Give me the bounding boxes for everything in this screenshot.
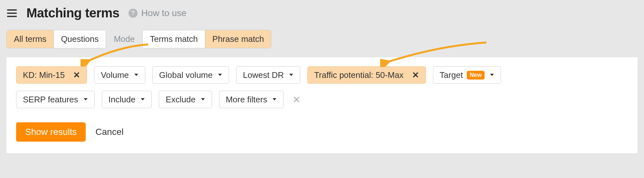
terms-toggle: All terms Questions xyxy=(6,30,106,48)
filter-target-label: Target xyxy=(440,70,463,80)
show-results-button[interactable]: Show results xyxy=(16,122,86,142)
filter-more-filters-label: More filters xyxy=(226,95,267,105)
new-badge: New xyxy=(467,71,485,80)
page-title: Matching terms xyxy=(26,6,120,20)
mode-toggle: Terms match Phrase match xyxy=(142,30,271,48)
menu-icon[interactable] xyxy=(6,8,17,18)
filter-more-filters[interactable]: More filters xyxy=(219,91,284,108)
filter-traffic-potential-label: Traffic potential: 50-Max xyxy=(314,70,403,80)
how-to-use-label: How to use xyxy=(141,8,187,18)
filter-lowest-dr[interactable]: Lowest DR xyxy=(236,66,300,84)
filter-exclude-label: Exclude xyxy=(166,95,196,105)
how-to-use-link[interactable]: ? How to use xyxy=(129,8,187,18)
chevron-down-icon xyxy=(289,73,293,77)
chevron-down-icon xyxy=(134,73,139,77)
filter-traffic-potential[interactable]: Traffic potential: 50-Max ✕ xyxy=(307,66,426,84)
chevron-down-icon xyxy=(140,98,145,101)
tab-all-terms[interactable]: All terms xyxy=(7,30,54,48)
filter-include-label: Include xyxy=(109,95,136,105)
close-icon[interactable]: ✕ xyxy=(73,71,80,79)
clear-filters-icon[interactable]: ✕ xyxy=(291,94,303,105)
filter-serp-features[interactable]: SERP features xyxy=(16,91,95,108)
cancel-button[interactable]: Cancel xyxy=(95,127,123,137)
chevron-down-icon xyxy=(218,73,222,77)
filter-global-volume-label: Global volume xyxy=(159,70,213,80)
chevron-down-icon xyxy=(201,98,205,101)
tab-phrase-match[interactable]: Phrase match xyxy=(205,30,271,48)
close-icon[interactable]: ✕ xyxy=(412,71,419,79)
filter-include[interactable]: Include xyxy=(102,91,152,108)
filter-lowest-dr-label: Lowest DR xyxy=(243,70,284,80)
filter-volume-label: Volume xyxy=(101,70,129,80)
filter-kd-label: KD: Min-15 xyxy=(23,70,65,80)
filter-serp-features-label: SERP features xyxy=(23,95,78,105)
filter-volume[interactable]: Volume xyxy=(94,66,145,84)
help-icon: ? xyxy=(129,9,138,18)
filter-panel: KD: Min-15 ✕ Volume Global volume Lowest… xyxy=(6,57,638,153)
chevron-down-icon xyxy=(490,73,494,77)
filter-kd[interactable]: KD: Min-15 ✕ xyxy=(16,66,87,84)
filter-global-volume[interactable]: Global volume xyxy=(152,66,229,84)
mode-label: Mode xyxy=(114,34,135,44)
tab-terms-match[interactable]: Terms match xyxy=(143,30,205,48)
chevron-down-icon xyxy=(83,98,88,101)
chevron-down-icon xyxy=(272,98,277,101)
filter-exclude[interactable]: Exclude xyxy=(159,91,212,108)
tab-questions[interactable]: Questions xyxy=(54,30,106,48)
filter-target[interactable]: Target New xyxy=(433,66,501,84)
